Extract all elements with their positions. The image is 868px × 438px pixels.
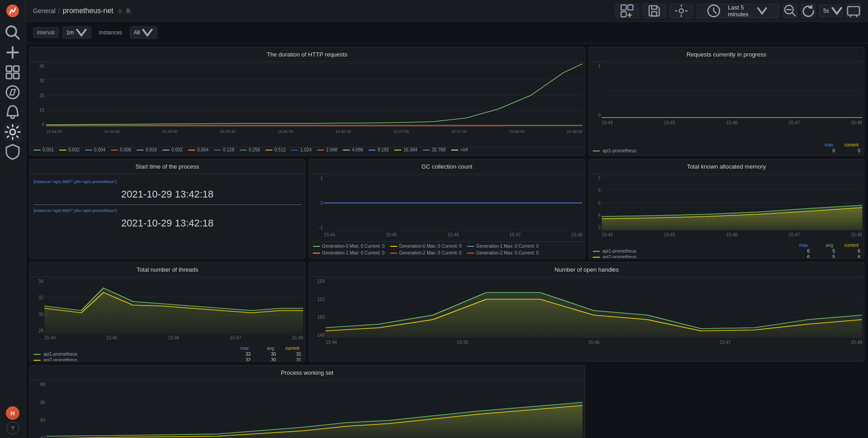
stat1-value: 2021-10-29 13:42:18 [33,188,301,200]
legend-item-0004: 0.004 [85,147,105,152]
svg-rect-5 [14,73,19,79]
avatar[interactable]: H [6,406,19,420]
instances-dropdown[interactable]: All [130,26,157,39]
breadcrumb: General / prometheus-net [33,7,113,15]
svg-rect-15 [848,6,859,15]
time-range-button[interactable]: Last 5 minutes [697,4,779,18]
panel-open-handles: Number of open handles 154 152 150 148 [309,262,864,362]
svg-rect-4 [6,73,12,79]
panel-mem-legend: max avg current api1-prometheus 6 5 6 ap… [589,241,864,259]
panel-mem-body: 7 6 5 4 3 [589,174,864,241]
panel-start-time: Start time of the process {instance="api… [29,159,305,259]
dashboard-grid: The duration of HTTP requests 40 30 20 1… [26,43,868,438]
panel-handles-body: 154 152 150 148 [309,277,864,361]
sidebar: H ? [0,0,26,438]
svg-point-12 [679,9,684,13]
legend-item-8192: 8.192 [368,147,389,152]
sidebar-item-dashboards[interactable] [4,63,22,81]
panel-threads-title: Total number of threads [30,263,305,277]
topbar: General / prometheus-net ☆ ⎘ Last 5 minu… [26,0,868,22]
svg-rect-2 [6,66,12,71]
legend-item-0512: 0.512 [265,147,286,152]
panel-mem-title: Total known allocated memory [589,160,864,174]
sidebar-item-add[interactable] [4,43,22,61]
sidebar-item-shield[interactable] [4,143,22,161]
threads-row-api2: api2-prometheus 32 30 31 [33,358,301,362]
star-icon[interactable]: ☆ [117,7,123,14]
panel-http-duration-body: 40 30 20 10 0 [30,62,585,147]
mem-row-api2: api2-prometheus 6 5 6 [593,254,860,259]
svg-rect-9 [628,5,633,9]
legend-item-0002: 0.002 [59,147,80,152]
interval-dropdown[interactable]: 1m [62,26,92,39]
panel-http-duration: The duration of HTTP requests 40 30 20 1… [29,47,585,155]
legend-item-0256: 0.256 [240,147,260,152]
rip-row-0: api1-prometheus 0 0 [593,148,860,153]
stat2-value: 2021-10-29 13:42:18 [33,217,301,229]
svg-rect-8 [621,5,626,9]
legend-item-0001: 0.001 [33,147,54,152]
svg-marker-33 [602,205,862,230]
svg-point-7 [10,129,15,135]
page-title: prometheus-net [63,7,113,15]
legend-item-0064: 0.064 [188,147,208,152]
legend-item-1024: 1.024 [291,147,311,152]
panel-gc-title: GC collection count [309,160,584,174]
app-logo[interactable] [5,4,20,18]
legend-item-0016: 0.016 [137,147,157,152]
svg-rect-11 [652,11,657,15]
tv-mode-button[interactable] [846,4,861,18]
breadcrumb-sep: / [58,7,60,14]
main-content: General / prometheus-net ☆ ⎘ Last 5 minu… [26,0,868,438]
panel-handles-title: Number of open handles [309,263,864,277]
legend-item-0008: 0.008 [111,147,131,152]
sidebar-item-explore[interactable] [4,83,22,101]
zoom-out-button[interactable] [783,4,797,18]
save-button[interactable] [642,4,666,18]
svg-point-1 [6,26,16,36]
interval-label: interval [33,27,59,38]
svg-marker-45 [326,299,862,338]
panel-allocated-memory: Total known allocated memory 7 6 5 4 3 [589,159,864,259]
panel-threads-body: 34 32 30 28 [30,277,305,344]
sidebar-item-alerts[interactable] [4,103,22,121]
stat2-label: {instance="api2:8087",job="api2-promethe… [33,208,301,213]
panel-rip-legend: max current api1-prometheus 0 0 [589,141,864,155]
svg-marker-39 [44,292,303,333]
sidebar-bottom: H ? [6,406,19,434]
legend-item-32768: 32.768 [423,147,446,152]
time-range-label: Last 5 minutes [728,4,749,18]
interval-value: 1m [66,29,74,36]
panel-ws-title: Process working set [30,366,585,380]
panel-threads-legend: max avg current api1-prometheus 33 30 31… [30,344,305,362]
panel-ws-body: 88 86 84 82 [30,380,585,438]
panel-http-duration-title: The duration of HTTP requests [30,47,585,62]
panel-thread-count: Total number of threads 34 32 30 28 [29,262,305,362]
filter-bar: interval 1m instances All [26,22,868,43]
add-panel-button[interactable] [615,4,639,18]
dashboard-settings-button[interactable] [670,4,693,18]
panel-start-time-title: Start time of the process [30,160,305,174]
legend-item-2048: 2.048 [317,147,337,152]
legend-item-4096: 4.096 [343,147,363,152]
legend-item-inf: +Inf [451,147,468,152]
sidebar-item-search[interactable] [4,24,22,42]
svg-rect-3 [14,66,19,71]
svg-rect-10 [621,11,626,16]
panel-start-time-body: {instance="api1:8087",job="api1-promethe… [30,174,305,258]
sidebar-item-settings[interactable] [4,123,22,141]
share-icon[interactable]: ⎘ [127,7,130,14]
refresh-interval-button[interactable]: 5s [819,5,843,17]
panel-gc-legend: Generation-0 Max: 0 Current: 0 Generatio… [309,241,584,258]
instances-value: All [134,29,140,36]
panel-gc-body: 1 0 -1 15:44 15:45 15:46 [309,174,584,241]
refresh-button[interactable] [801,4,816,18]
legend-item-0128: 0.128 [214,147,234,152]
mem-row-api1: api1-prometheus 6 5 6 [593,249,860,254]
breadcrumb-root: General [33,7,56,14]
sidebar-item-help[interactable]: ? [6,422,19,434]
panel-http-duration-legend: 0.001 0.002 0.004 0.008 0.016 0.032 0.06… [30,147,585,155]
panel-gc-collection: GC collection count 1 0 -1 [309,159,585,259]
svg-point-6 [6,86,19,99]
instances-label: instances [95,27,126,38]
